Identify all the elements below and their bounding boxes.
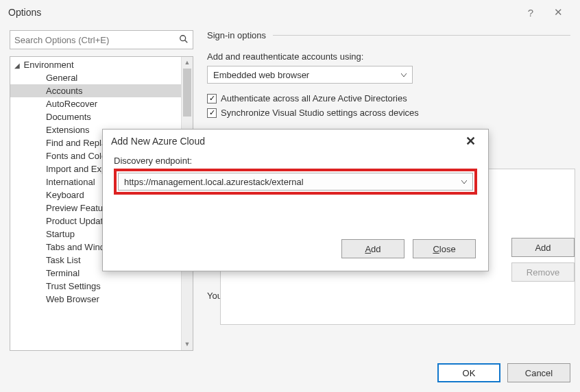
reauth-label: Add and reauthenticate accounts using: [207,51,570,62]
reauth-dropdown[interactable]: Embedded web browser [207,66,413,84]
search-input[interactable] [14,35,179,45]
ok-button[interactable]: OK [437,363,500,382]
tree-item-accounts[interactable]: Accounts [10,84,181,97]
dropdown-value: Embedded web browser [213,70,309,80]
modal-header: Add New Azure Cloud ✕ [103,130,488,153]
discovery-endpoint-label: Discovery endpoint: [114,156,477,166]
tree-item-web-browser[interactable]: Web Browser [10,293,181,306]
svg-line-1 [185,40,188,42]
tree-root-environment[interactable]: ◢ Environment [10,58,181,71]
tree-item-documents[interactable]: Documents [10,110,181,123]
modal-close-button[interactable]: ✕ [461,134,480,149]
add-azure-cloud-dialog: Add New Azure Cloud ✕ Discovery endpoint… [102,129,489,271]
chevron-down-icon [401,71,407,79]
add-cloud-button[interactable]: Add [511,238,575,257]
remove-cloud-button: Remove [511,262,575,282]
modal-add-button[interactable]: Add [341,239,404,258]
endpoint-value: https://management.local.azurestack/exte… [124,177,304,187]
modal-footer: Add Close [341,239,476,258]
tree-caret-icon: ◢ [14,62,21,69]
scroll-down-icon[interactable]: ▼ [182,339,193,350]
divider [273,35,570,36]
modal-close-btn[interactable]: Close [413,239,476,258]
tree-item-trust-settings[interactable]: Trust Settings [10,280,181,293]
search-box[interactable] [10,30,193,49]
check-auth-all-dirs[interactable]: Authenticate across all Azure Active Dir… [207,93,570,103]
discovery-endpoint-combo[interactable]: https://management.local.azurestack/exte… [118,173,473,191]
highlight-box: https://management.local.azurestack/exte… [114,169,477,195]
window-title: Options [8,7,517,18]
svg-point-0 [180,35,186,40]
check-label: Authenticate across all Azure Active Dir… [221,93,407,103]
close-button[interactable]: ✕ [544,6,572,19]
tree-item-autorecover[interactable]: AutoRecover [10,97,181,110]
scroll-thumb[interactable] [183,69,191,117]
help-button[interactable]: ? [517,7,544,19]
search-icon [179,34,189,46]
tree-item-general[interactable]: General [10,71,181,84]
check-label: Synchronize Visual Studio settings acros… [221,108,419,118]
group-title: Sign-in options [207,30,266,40]
titlebar: Options ? ✕ [0,0,580,25]
checkbox-icon [207,108,217,118]
chevron-down-icon [461,178,467,186]
cancel-button[interactable]: Cancel [507,363,570,382]
scroll-up-icon[interactable]: ▲ [182,57,193,69]
dialog-footer: OK Cancel [437,363,570,382]
checkbox-icon [207,94,217,103]
modal-title: Add New Azure Cloud [111,136,461,147]
check-sync-settings[interactable]: Synchronize Visual Studio settings acros… [207,108,570,118]
group-header: Sign-in options [207,30,570,40]
